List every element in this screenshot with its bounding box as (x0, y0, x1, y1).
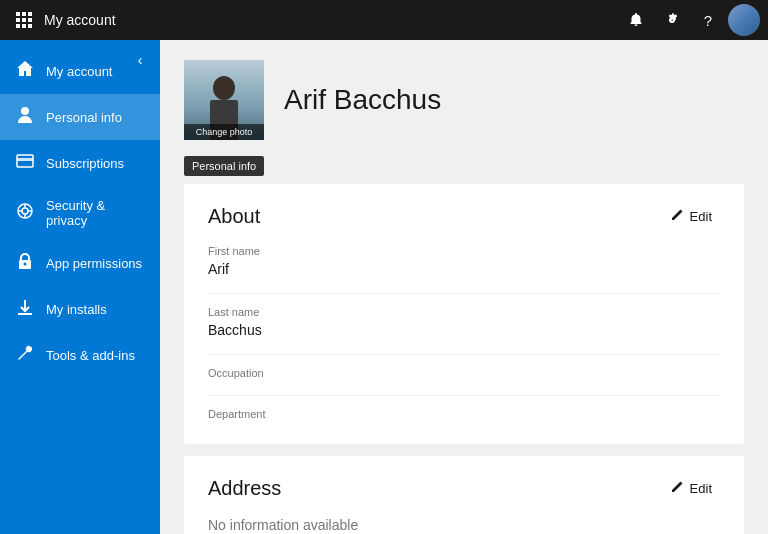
profile-header: Change photo Arif Bacchus (184, 60, 744, 140)
breadcrumb-tooltip: Personal info (184, 156, 744, 180)
svg-point-13 (22, 208, 28, 214)
sidebar-item-tools-addins-label: Tools & add-ins (46, 348, 135, 363)
topbar: My account ? (0, 0, 768, 40)
sidebar-item-subscriptions-label: Subscriptions (46, 156, 124, 171)
pencil-icon-address (670, 480, 684, 497)
divider (208, 354, 720, 355)
field-lastname: Last name Bacchus (208, 306, 720, 338)
svg-rect-7 (22, 24, 26, 28)
sidebar-item-security-privacy-label: Security & privacy (46, 198, 144, 228)
sidebar-item-personal-info-label: Personal info (46, 110, 122, 125)
svg-rect-5 (28, 18, 32, 22)
user-avatar[interactable] (728, 4, 760, 36)
svg-rect-2 (28, 12, 32, 16)
tools-icon (16, 344, 34, 366)
sidebar-item-my-installs[interactable]: My installs (0, 286, 160, 332)
svg-rect-6 (16, 24, 20, 28)
lock-icon (16, 252, 34, 274)
address-edit-label: Edit (690, 481, 712, 496)
field-firstname: First name Arif (208, 245, 720, 277)
svg-rect-8 (28, 24, 32, 28)
address-edit-button[interactable]: Edit (662, 476, 720, 501)
firstname-label: First name (208, 245, 720, 257)
firstname-value: Arif (208, 261, 720, 277)
bell-icon[interactable] (620, 4, 652, 36)
svg-rect-0 (16, 12, 20, 16)
sidebar-item-my-account-label: My account (46, 64, 112, 79)
security-icon (16, 202, 34, 224)
field-department: Department (208, 408, 720, 420)
sidebar-item-app-permissions-label: App permissions (46, 256, 142, 271)
svg-rect-11 (17, 158, 33, 161)
lastname-value: Bacchus (208, 322, 720, 338)
subscriptions-icon (16, 152, 34, 174)
about-edit-label: Edit (690, 209, 712, 224)
grid-icon[interactable] (8, 0, 40, 40)
svg-point-9 (21, 107, 29, 115)
sidebar-item-tools-addins[interactable]: Tools & add-ins (0, 332, 160, 378)
divider (208, 395, 720, 396)
content-area: Change photo Arif Bacchus Personal info … (160, 40, 768, 534)
sidebar-item-security-privacy[interactable]: Security & privacy (0, 186, 160, 240)
tooltip-badge: Personal info (184, 156, 264, 176)
sidebar: ‹ My account Personal info (0, 40, 160, 534)
download-icon (16, 298, 34, 320)
topbar-icons: ? (620, 4, 760, 36)
svg-rect-1 (22, 12, 26, 16)
gear-icon[interactable] (656, 4, 688, 36)
sidebar-item-app-permissions[interactable]: App permissions (0, 240, 160, 286)
sidebar-item-subscriptions[interactable]: Subscriptions (0, 140, 160, 186)
profile-name: Arif Bacchus (284, 84, 441, 116)
sidebar-item-my-installs-label: My installs (46, 302, 107, 317)
svg-point-19 (24, 263, 27, 266)
svg-point-22 (213, 76, 235, 100)
divider (208, 293, 720, 294)
svg-rect-4 (22, 18, 26, 22)
help-icon[interactable]: ? (692, 4, 724, 36)
address-card-header: Address Edit (208, 476, 720, 501)
avatar-image (728, 4, 760, 36)
sidebar-collapse-button[interactable]: ‹ (128, 48, 152, 72)
change-photo-button[interactable]: Change photo (184, 124, 264, 140)
pencil-icon (670, 208, 684, 225)
svg-rect-3 (16, 18, 20, 22)
occupation-label: Occupation (208, 367, 720, 379)
sidebar-item-personal-info[interactable]: Personal info (0, 94, 160, 140)
department-label: Department (208, 408, 720, 420)
person-icon (16, 106, 34, 128)
avatar-container: Change photo (184, 60, 264, 140)
main-layout: ‹ My account Personal info (0, 40, 768, 534)
about-edit-button[interactable]: Edit (662, 204, 720, 229)
about-card: About Edit First name Arif Last name Bac… (184, 184, 744, 444)
lastname-label: Last name (208, 306, 720, 318)
address-no-info: No information available (208, 517, 720, 533)
app-title: My account (44, 12, 620, 28)
home-icon (16, 60, 34, 82)
address-title: Address (208, 477, 281, 500)
about-card-header: About Edit (208, 204, 720, 229)
about-title: About (208, 205, 260, 228)
field-occupation: Occupation (208, 367, 720, 379)
address-card: Address Edit No information available (184, 456, 744, 534)
